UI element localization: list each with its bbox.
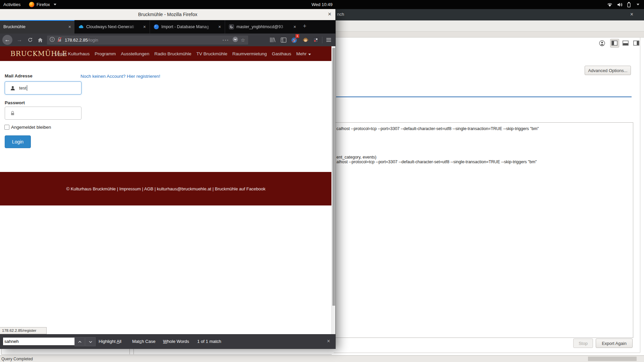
clock[interactable]: Wed 10:49	[0, 0, 644, 9]
database-favicon	[229, 24, 234, 31]
noscript-extension-icon[interactable]: S 1	[290, 34, 299, 46]
system-tray[interactable]	[607, 0, 639, 9]
page-info-icon[interactable]	[50, 37, 55, 43]
nav-tv-bruckmuehle[interactable]: TV Bruckmühle	[196, 51, 227, 56]
url-host: 178.62.2.85	[65, 38, 88, 43]
status-text: Query Completed	[1, 357, 33, 361]
match-case-button[interactable]: Match Case	[132, 339, 155, 344]
find-input[interactable]	[3, 337, 75, 346]
globe-favicon	[154, 24, 159, 31]
cloud-favicon	[78, 24, 84, 31]
progress-indicator	[588, 357, 637, 361]
find-bar: Highlight All Match Case Whole Words 1 o…	[0, 334, 335, 349]
panel-right-border	[640, 38, 640, 353]
reload-icon[interactable]	[25, 34, 35, 46]
window-close-icon[interactable]: ×	[328, 11, 331, 18]
insecure-lock-icon[interactable]	[57, 37, 62, 44]
activities-button[interactable]: Activities	[3, 0, 20, 9]
remember-checkbox[interactable]	[4, 125, 9, 130]
find-close-icon[interactable]: ×	[327, 338, 330, 344]
email-label: Mail Adresse	[5, 73, 33, 78]
login-button[interactable]: Login	[5, 135, 31, 148]
stop-button: Stop	[573, 339, 593, 348]
workbench-content: Advanced Options... calhost --protocol=t…	[334, 38, 644, 355]
chevron-down-icon	[637, 4, 639, 5]
workbench-close-icon[interactable]: ×	[630, 11, 633, 17]
url-bar[interactable]: 178.62.2.85/login ··· ☆	[47, 36, 248, 45]
gnome-top-bar: Activities Firefox Wed 10:49	[0, 0, 644, 9]
email-field[interactable]: test	[5, 81, 82, 95]
find-previous-button[interactable]	[74, 337, 85, 346]
match-count: 1 of 1 match	[197, 339, 221, 344]
password-field[interactable]	[5, 107, 82, 120]
back-button[interactable]: ←	[2, 35, 12, 45]
navigation-toolbar: ← → 178.62.2.85/login ··· ☆	[0, 34, 335, 46]
page-actions-icon[interactable]: ···	[223, 38, 229, 43]
nav-radio-bruckmuehle[interactable]: Radio Bruckmühle	[154, 51, 191, 56]
library-icon[interactable]	[268, 34, 277, 46]
tab-close-icon[interactable]: ×	[218, 24, 221, 29]
forward-button[interactable]: →	[15, 34, 24, 46]
advanced-options-button[interactable]: Advanced Options...	[585, 66, 631, 75]
log-line: ent_category, events)	[336, 155, 376, 160]
nav-mehr-dropdown[interactable]: Mehr	[296, 51, 311, 56]
page-scrollbar[interactable]	[331, 46, 335, 334]
remember-label: Angemeldet bleiben	[11, 125, 51, 130]
tab-import-database[interactable]: Import - Database Manag ×	[150, 20, 224, 34]
user-account-icon[interactable]	[599, 40, 605, 48]
register-link[interactable]: Noch keinen Account? Hier registrieren!	[80, 74, 160, 79]
nav-ausstellungen[interactable]: Ausstellungen	[121, 51, 149, 56]
url-path: /login	[88, 38, 98, 43]
firefox-logo-icon	[29, 2, 35, 7]
home-icon[interactable]	[36, 34, 45, 46]
nav-gasthaus[interactable]: Gasthaus	[272, 51, 291, 56]
footer-links[interactable]: © Kulturhaus Bruckmühle | Impressum | AG…	[66, 186, 265, 191]
bookmark-star-icon[interactable]: ☆	[241, 37, 245, 43]
workbench-titlebar: nch ×	[334, 9, 644, 20]
workbench-toolbar	[334, 20, 644, 32]
password-label: Passwort	[5, 100, 25, 105]
tab-master-db[interactable]: master_yngbhtmscd@93 ×	[225, 20, 300, 34]
find-next-button[interactable]	[85, 337, 96, 346]
tab-close-icon[interactable]: ×	[293, 24, 296, 29]
tab-bar: Bruckmühle × Cloudways Next-Generati × I…	[0, 20, 335, 34]
new-tab-button[interactable]: +	[303, 23, 307, 30]
recorder-extension-icon[interactable]	[311, 34, 320, 46]
log-line: alhost --protocol=tcp --port=3307 --defa…	[336, 160, 537, 164]
pocket-icon[interactable]	[232, 37, 238, 44]
tab-cloudways[interactable]: Cloudways Next-Generati ×	[75, 20, 149, 34]
chevron-down-icon	[308, 54, 311, 55]
workbench-title: nch	[337, 12, 344, 17]
tab-bruckmuehle[interactable]: Bruckmühle ×	[0, 20, 74, 34]
site-footer: © Kulturhaus Bruckmühle | Impressum | AG…	[0, 172, 332, 205]
wifi-icon	[607, 2, 613, 7]
toggle-right-panel-icon[interactable]	[633, 41, 639, 47]
workbench-lower-panes	[0, 349, 334, 355]
firefox-titlebar[interactable]: Bruckmühle - Mozilla Firefox ×	[0, 9, 335, 20]
toolbar-separator	[322, 37, 322, 43]
scrollbar-thumb[interactable]	[332, 48, 335, 306]
workbench-statusbar: Query Completed	[0, 355, 644, 362]
app-menu[interactable]: Firefox	[29, 0, 56, 9]
menu-hamburger-icon[interactable]	[324, 34, 333, 46]
tab-close-icon[interactable]: ×	[68, 24, 71, 29]
toggle-left-panel-icon[interactable]	[611, 41, 618, 47]
selection-highlight-line	[336, 97, 632, 97]
volume-icon	[617, 2, 623, 7]
toggle-bottom-panel-icon[interactable]	[623, 41, 629, 47]
sidebar-toggle-icon[interactable]	[279, 34, 288, 46]
highlight-all-button[interactable]: Highlight All	[99, 339, 121, 344]
whole-words-button[interactable]: Whole Words	[163, 339, 189, 344]
email-value: test	[19, 85, 26, 90]
nav-raumvermietung[interactable]: Raumvermietung	[232, 51, 267, 56]
tab-close-icon[interactable]: ×	[143, 24, 146, 29]
window-title: Bruckmühle - Mozilla Firefox	[0, 9, 335, 20]
export-log-panel: calhost --protocol=tcp --port=3307 --def…	[330, 122, 633, 338]
panel-bottom-border	[334, 353, 640, 353]
page-content: BRUCKMÜHLE Unser Kulturhaus Programm Aus…	[0, 46, 335, 334]
person-icon	[10, 86, 15, 90]
nav-programm[interactable]: Programm	[95, 51, 116, 56]
export-again-button[interactable]: Export Again	[596, 339, 633, 348]
nav-unser-kulturhaus[interactable]: Unser Kulturhaus	[55, 51, 90, 56]
tampermonkey-extension-icon[interactable]	[301, 34, 310, 46]
